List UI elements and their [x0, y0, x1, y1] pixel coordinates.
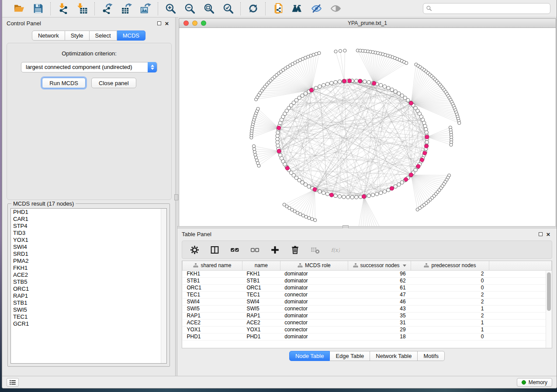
table-row[interactable]: PHD1PHD1dominator180: [183, 333, 552, 340]
tab-edge-table[interactable]: Edge Table: [330, 351, 370, 361]
column-header-name[interactable]: name: [242, 261, 280, 270]
table-cell: SWI5: [242, 305, 280, 312]
save-session-button[interactable]: [30, 1, 46, 16]
table-row[interactable]: YOX1YOX1connector291: [183, 326, 552, 333]
close-table-panel-button[interactable]: ×: [544, 230, 552, 237]
tab-select[interactable]: Select: [90, 31, 117, 41]
search-network-button[interactable]: [289, 1, 305, 16]
mcds-result-item[interactable]: SRD1: [11, 251, 166, 258]
table-scrollbar[interactable]: [546, 271, 552, 348]
table-row[interactable]: ORC1ORC1dominator610: [183, 284, 552, 291]
mcds-result-item[interactable]: PMA2: [11, 258, 166, 265]
table-row[interactable]: SWI4SWI4dominator462: [183, 298, 552, 305]
mcds-result-item[interactable]: PHD1: [11, 209, 166, 216]
mcds-result-item[interactable]: CAR1: [11, 216, 166, 223]
network-from-file-icon: [273, 3, 284, 14]
network-frame-titlebar[interactable]: YPA_prune.txt_1: [179, 19, 556, 28]
mcds-result-item[interactable]: SWI5: [11, 306, 166, 313]
table-row[interactable]: FKH1FKH1dominator962: [183, 270, 552, 277]
mcds-panel: Optimization criterion: largest connecte…: [7, 43, 172, 200]
run-mcds-button[interactable]: Run MCDS: [42, 78, 86, 88]
delete-column-button[interactable]: [290, 244, 300, 255]
settings-gear-icon: [190, 245, 199, 254]
table-cell: 1: [411, 319, 489, 326]
table-cell: STB1: [183, 277, 242, 284]
tab-network-table[interactable]: Network Table: [370, 351, 418, 361]
close-panel-button-mcds[interactable]: Close panel: [91, 78, 136, 88]
select-all-button[interactable]: [229, 244, 240, 255]
mcds-result-item[interactable]: SWI4: [11, 244, 166, 251]
memory-button[interactable]: Memory: [517, 378, 552, 387]
table-cell: ORC1: [183, 284, 242, 291]
tab-style[interactable]: Style: [65, 31, 90, 41]
table-cell: PHD1: [183, 333, 242, 340]
tab-network[interactable]: Network: [32, 31, 65, 41]
mcds-result-item[interactable]: FKH1: [11, 265, 166, 272]
table-row[interactable]: ACE2ACE2connector311: [183, 319, 552, 326]
mcds-result-item[interactable]: STB5: [11, 279, 166, 285]
optimization-criterion-value: largest connected component (undirected): [26, 64, 132, 70]
float-icon: [157, 21, 161, 25]
table-cell: connector: [280, 305, 348, 312]
network-from-file-button[interactable]: [270, 1, 286, 16]
mcds-result-item[interactable]: GCR1: [11, 320, 166, 327]
export-table-button[interactable]: [118, 1, 134, 16]
mcds-result-item[interactable]: RAP1: [11, 292, 166, 299]
mcds-list-scrollbar[interactable]: [161, 209, 166, 363]
table-row[interactable]: TEC1TEC1connector472: [183, 291, 552, 298]
import-network-button[interactable]: [55, 1, 71, 16]
column-header-filler: [489, 261, 551, 270]
table-cell: ACE2: [183, 319, 242, 326]
column-header-successor-nodes[interactable]: successor nodes: [348, 261, 411, 270]
tab-node-table[interactable]: Node Table: [289, 351, 330, 361]
mcds-result-item[interactable]: ACE2: [11, 272, 166, 279]
table-panel-title: Table Panel: [182, 231, 536, 237]
table-cell: 2: [411, 298, 489, 305]
table-cell: 0: [411, 284, 489, 291]
split-panel-button[interactable]: [209, 244, 220, 255]
table-row[interactable]: SWI5SWI5connector431: [183, 305, 552, 312]
table-cell: dominator: [280, 270, 348, 277]
zoom-in-button[interactable]: [163, 1, 178, 16]
table-scrollbar-thumb[interactable]: [547, 272, 551, 311]
search-input[interactable]: [423, 3, 550, 14]
open-file-button[interactable]: [11, 1, 27, 16]
attribute-icon: [353, 263, 358, 268]
table-cell: dominator: [280, 312, 348, 319]
mcds-result-item[interactable]: YOX1: [11, 237, 166, 244]
search-icon: [426, 5, 432, 11]
hide-details-button[interactable]: [308, 1, 324, 16]
export-image-button[interactable]: [138, 1, 153, 16]
mcds-result-item[interactable]: TEC1: [11, 313, 166, 320]
table-row[interactable]: RAP1RAP1dominator352: [183, 312, 552, 319]
table-row[interactable]: STB1STB1dominator620: [183, 277, 552, 284]
tab-mcds[interactable]: MCDS: [117, 31, 145, 41]
table-cell: STB1: [242, 277, 280, 284]
table-cell: 29: [348, 326, 411, 333]
float-panel-button[interactable]: [155, 20, 163, 27]
table-cell: connector: [280, 326, 348, 333]
float-table-panel-button[interactable]: [536, 230, 544, 237]
mcds-result-item[interactable]: TID3: [11, 230, 166, 237]
export-network-button[interactable]: [99, 1, 115, 16]
add-column-button[interactable]: [270, 244, 280, 255]
close-panel-button[interactable]: ×: [163, 20, 171, 27]
zoom-out-button[interactable]: [182, 1, 197, 16]
tab-motifs[interactable]: Motifs: [418, 351, 445, 361]
mcds-result-item[interactable]: STP4: [11, 223, 166, 230]
optimization-criterion-select[interactable]: largest connected component (undirected): [21, 62, 157, 72]
import-table-button[interactable]: [74, 1, 90, 16]
deselect-all-button[interactable]: [249, 244, 260, 255]
status-menu-button[interactable]: [7, 378, 19, 387]
column-header-predecessor-nodes[interactable]: predecessor nodes: [411, 261, 489, 270]
refresh-view-button[interactable]: [245, 1, 261, 16]
mcds-result-item[interactable]: ORC1: [11, 285, 166, 292]
network-canvas[interactable]: [179, 28, 556, 243]
zoom-fit-button[interactable]: [201, 1, 217, 16]
zoom-selected-button[interactable]: [220, 1, 236, 16]
settings-gear-button[interactable]: [189, 244, 200, 255]
mcds-result-item[interactable]: STB1: [11, 299, 166, 306]
column-header-MCDS-role[interactable]: MCDS role: [280, 261, 348, 270]
column-header-shared-name[interactable]: shared name: [183, 261, 242, 270]
mcds-result-group-title: MCDS result (17 nodes): [11, 200, 76, 207]
